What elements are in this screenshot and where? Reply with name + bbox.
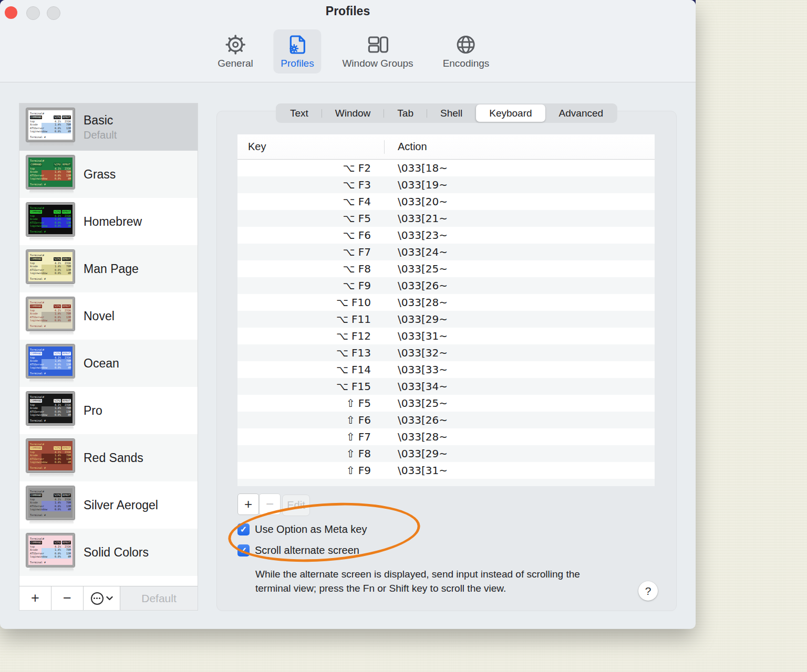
- table-row[interactable]: ⌥ F7\033[24~: [237, 244, 655, 260]
- profile-name: Homebrew: [84, 215, 142, 229]
- table-row[interactable]: ⇧ F7\033[28~: [237, 428, 655, 445]
- terminal-preview: Terminal#COMMAND%CPURPRVTtop4.1%231KXcod…: [26, 344, 75, 378]
- table-row[interactable]: ⌥ F11\033[29~: [237, 311, 655, 328]
- action-cell: \033[31~: [384, 330, 448, 342]
- key-cell: ⌥ F13: [237, 346, 384, 359]
- profile-list-item[interactable]: Terminal#COMMAND%CPURPRVTtop4.1%231KXcod…: [19, 529, 198, 576]
- key-cell: ⌥ F6: [237, 229, 384, 242]
- thumb-column-chip: COMMAND: [30, 116, 42, 119]
- thumb-prompt-line: Terminal #: [30, 513, 71, 517]
- checkbox-label: Use Option as Meta key: [255, 523, 367, 536]
- table-row[interactable]: ⌥ F8\033[25~: [237, 260, 655, 277]
- gear-icon: [223, 33, 247, 57]
- table-row[interactable]: ⌥ F15\033[34~: [237, 378, 655, 395]
- terminal-preview: Terminal#COMMAND%CPURPRVTtop4.1%231KXcod…: [26, 203, 75, 236]
- thumbnail-reflection: [29, 143, 74, 146]
- checkbox-checked-icon[interactable]: ✓: [237, 523, 250, 536]
- thumb-header-line: COMMAND%CPURPRVT: [30, 352, 71, 355]
- key-cell: ⇧ F5: [237, 397, 384, 410]
- add-profile-button[interactable]: +: [19, 586, 51, 610]
- profile-list-item[interactable]: Terminal#COMMAND%CPURPRVTtop4.1%231KXcod…: [19, 245, 198, 292]
- toolbar-label: Window Groups: [342, 58, 413, 69]
- action-cell: \033[25~: [384, 262, 448, 275]
- tab-window[interactable]: Window: [322, 104, 384, 122]
- table-body: ⌥ F2\033[18~⌥ F3\033[19~⌥ F4\033[20~⌥ F5…: [237, 160, 655, 479]
- toolbar-item-profiles[interactable]: Profiles: [273, 29, 321, 74]
- remove-key-mapping-button[interactable]: −: [259, 494, 281, 515]
- thumb-process-row: loginwindow0.0%4M: [30, 508, 71, 511]
- help-button[interactable]: ?: [638, 581, 658, 601]
- tab-tab[interactable]: Tab: [384, 104, 427, 122]
- tab-keyboard[interactable]: Keyboard: [476, 104, 545, 122]
- tab-text[interactable]: Text: [277, 104, 322, 122]
- profile-name: Solid Colors: [84, 545, 149, 560]
- profile-label: Novel: [84, 309, 115, 323]
- table-row[interactable]: ⌥ F14\033[33~: [237, 361, 655, 378]
- thumb-header-line: COMMAND%CPURPRVT: [30, 210, 71, 214]
- profile-list-footer: + − Default: [19, 586, 198, 610]
- profile-list-item[interactable]: Terminal#COMMAND%CPURPRVTtop4.1%231KXcod…: [19, 292, 198, 340]
- thumb-prompt-line: Terminal #: [30, 135, 71, 139]
- profile-thumbnail: Terminal#COMMAND%CPURPRVTtop4.1%231KXcod…: [26, 486, 77, 524]
- table-row[interactable]: ⌥ F4\033[20~: [237, 193, 655, 210]
- toolbar-item-encodings[interactable]: Encodings: [436, 29, 497, 74]
- profile-list-item[interactable]: Terminal#COMMAND%CPURPRVTtop4.1%231KXcod…: [19, 387, 198, 434]
- profile-list-item[interactable]: Terminal#COMMAND%CPURPRVTtop4.1%231KXcod…: [19, 340, 198, 387]
- thumb-prompt-line: Terminal #: [30, 419, 71, 423]
- thumb-process-row: loginwindow0.0%4M: [30, 319, 71, 322]
- table-row[interactable]: ⌥ F2\033[18~: [237, 160, 655, 176]
- profile-label: Solid Colors: [84, 545, 149, 560]
- table-row[interactable]: ⌥ F10\033[28~: [237, 294, 655, 311]
- profile-thumbnail: Terminal#COMMAND%CPURPRVTtop4.1%231KXcod…: [26, 392, 77, 430]
- default-profile-button[interactable]: Default: [120, 586, 198, 610]
- action-cell: \033[20~: [384, 195, 448, 208]
- action-cell: \033[28~: [384, 296, 448, 309]
- key-cell: ⇧ F8: [237, 447, 384, 460]
- thumb-prompt-line: Terminal #: [30, 277, 71, 281]
- terminal-preview: Terminal#COMMAND%CPURPRVTtop4.1%231KXcod…: [26, 439, 75, 472]
- profile-list-item[interactable]: Terminal#COMMAND%CPURPRVTtop4.1%231KXcod…: [19, 481, 198, 529]
- profile-list-item[interactable]: Terminal#COMMAND%CPURPRVTtop4.1%231KXcod…: [19, 151, 198, 198]
- key-cell: ⌥ F4: [237, 195, 384, 208]
- table-row[interactable]: ⇧ F6\033[26~: [237, 412, 655, 428]
- profile-list-item[interactable]: Terminal#COMMAND%CPURPRVTtop4.1%231KXcod…: [19, 103, 198, 151]
- table-row[interactable]: ⌥ F5\033[21~: [237, 210, 655, 227]
- thumb-column-chip: RPRVT: [62, 210, 71, 214]
- key-cell: ⌥ F7: [237, 246, 384, 258]
- table-row[interactable]: ⌥ F12\033[31~: [237, 328, 655, 344]
- table-row[interactable]: ⌥ F13\033[32~: [237, 344, 655, 361]
- table-row[interactable]: ⇧ F5\033[25~: [237, 395, 655, 412]
- terminal-preview: Terminal#COMMAND%CPURPRVTtop4.1%231KXcod…: [26, 533, 75, 567]
- thumb-column-chip: COMMAND: [30, 399, 42, 403]
- thumb-title-line: Terminal#: [30, 159, 71, 163]
- profile-list-item[interactable]: Terminal#COMMAND%CPURPRVTtop4.1%231KXcod…: [19, 434, 198, 481]
- thumb-column-chip: %CPU: [54, 210, 61, 214]
- thumbnail-reflection: [29, 332, 74, 335]
- remove-profile-button[interactable]: −: [51, 586, 84, 610]
- action-cell: \033[21~: [384, 212, 448, 225]
- toolbar-item-window-groups[interactable]: Window Groups: [335, 29, 420, 74]
- thumb-header-line: COMMAND%CPURPRVT: [30, 163, 71, 166]
- table-row[interactable]: ⌥ F6\033[23~: [237, 227, 655, 244]
- action-cell: \033[24~: [384, 246, 448, 258]
- table-row[interactable]: ⇧ F9\033[31~: [237, 462, 655, 479]
- edit-key-mapping-button[interactable]: Edit: [282, 495, 310, 516]
- tab-advanced[interactable]: Advanced: [546, 104, 617, 122]
- use-option-as-meta-checkbox-row: ✓ Use Option as Meta key: [237, 523, 367, 536]
- toolbar-item-general[interactable]: General: [210, 29, 261, 74]
- profile-actions-menu-button[interactable]: [84, 586, 120, 610]
- table-row[interactable]: ⌥ F9\033[26~: [237, 277, 655, 294]
- table-row[interactable]: ⌥ F3\033[19~: [237, 176, 655, 193]
- tab-shell[interactable]: Shell: [427, 104, 475, 122]
- profile-list-item[interactable]: Terminal#COMMAND%CPURPRVTtop4.1%231KXcod…: [19, 198, 198, 245]
- thumbnail-reflection: [29, 521, 74, 524]
- table-row[interactable]: ⇧ F8\033[29~: [237, 445, 655, 462]
- thumb-prompt-line: Terminal #: [30, 183, 71, 186]
- add-key-mapping-button[interactable]: +: [237, 494, 259, 515]
- profile-thumbnail: Terminal#COMMAND%CPURPRVTtop4.1%231KXcod…: [26, 297, 77, 335]
- thumb-column-chip: %CPU: [54, 304, 61, 308]
- key-cell: ⇧ F7: [237, 430, 384, 443]
- checkbox-checked-icon[interactable]: ✓: [237, 544, 250, 556]
- thumb-prompt-line: Terminal #: [30, 324, 71, 328]
- thumb-title-line: Terminal#: [30, 537, 71, 541]
